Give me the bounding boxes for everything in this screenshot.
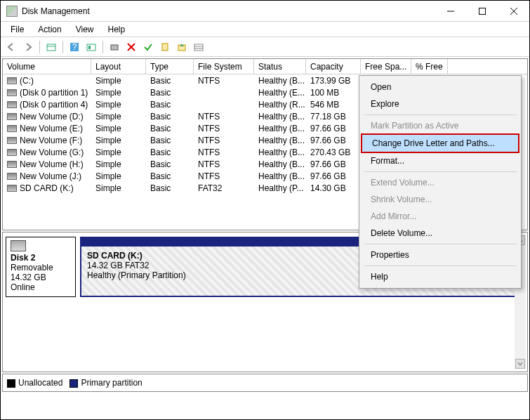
- cell-volume: (Disk 0 partition 1): [20, 88, 88, 98]
- col-pctfree[interactable]: % Free: [411, 59, 448, 74]
- partition-title: SD CARD (K:): [87, 251, 143, 261]
- show-hide-button[interactable]: [44, 39, 59, 55]
- cell-fs: NTFS: [194, 159, 254, 169]
- list-button[interactable]: [191, 39, 206, 55]
- cell-layout: Simple: [91, 88, 146, 98]
- settings-icon: [86, 42, 96, 52]
- svg-rect-0: [479, 8, 485, 14]
- close-button[interactable]: [498, 1, 529, 21]
- cell-type: Basic: [146, 136, 194, 145]
- arrow-up-icon: [177, 42, 187, 52]
- ctx-extend: Extend Volume...: [361, 174, 519, 191]
- cell-capacity: 270.43 GB: [306, 147, 361, 157]
- col-type[interactable]: Type: [146, 59, 194, 74]
- disk-state: Online: [11, 282, 71, 292]
- volume-icon: [7, 77, 17, 84]
- cell-status: Healthy (E...: [254, 88, 306, 98]
- swatch-primary: [69, 379, 78, 388]
- ctx-format[interactable]: Format...: [361, 152, 519, 169]
- ctx-change-drive-letter[interactable]: Change Drive Letter and Paths...: [361, 133, 519, 153]
- ctx-delete[interactable]: Delete Volume...: [361, 225, 519, 242]
- cell-capacity: 546 MB: [306, 100, 361, 110]
- toolbar: ?: [1, 37, 529, 57]
- cell-layout: Simple: [91, 76, 146, 86]
- settings-button[interactable]: [84, 39, 99, 55]
- svg-text:?: ?: [72, 42, 77, 52]
- volume-icon: [7, 125, 17, 132]
- col-status[interactable]: Status: [254, 59, 306, 74]
- maximize-button[interactable]: [466, 1, 498, 21]
- ctx-mirror: Add Mirror...: [361, 208, 519, 225]
- volume-icon: [7, 89, 17, 96]
- refresh-icon: [110, 42, 119, 52]
- ctx-help[interactable]: Help: [361, 268, 519, 285]
- cell-layout: Simple: [91, 112, 146, 122]
- cell-type: Basic: [146, 100, 194, 110]
- ctx-mark-active: Mark Partition as Active: [361, 117, 519, 134]
- cell-type: Basic: [146, 159, 194, 169]
- refresh-button[interactable]: [107, 39, 122, 55]
- cell-layout: Simple: [91, 171, 146, 181]
- legend-unallocated: Unallocated: [7, 378, 62, 388]
- page-icon: [160, 42, 170, 52]
- menu-file[interactable]: File: [5, 23, 29, 36]
- forward-icon: [23, 42, 33, 52]
- minimize-button[interactable]: [435, 1, 466, 21]
- cell-layout: Simple: [91, 147, 146, 157]
- cell-status: Healthy (R...: [254, 100, 306, 110]
- volume-icon: [7, 161, 17, 168]
- legend-primary: Primary partition: [69, 378, 142, 388]
- cell-capacity: 14.30 GB: [306, 183, 361, 193]
- separator: [364, 114, 517, 115]
- cell-status: Healthy (B...: [254, 171, 306, 181]
- chevron-down-icon: [517, 361, 523, 367]
- swatch-unallocated: [7, 379, 15, 388]
- menu-view[interactable]: View: [70, 23, 100, 36]
- list-icon: [194, 42, 204, 52]
- cell-volume: (Disk 0 partition 4): [20, 100, 88, 110]
- scroll-down-button[interactable]: [515, 359, 525, 369]
- cell-status: Healthy (B...: [254, 76, 306, 86]
- menu-help[interactable]: Help: [102, 23, 131, 36]
- cell-status: Healthy (B...: [254, 136, 306, 145]
- cell-volume: New Volume (J:): [20, 171, 81, 181]
- back-button[interactable]: [4, 39, 19, 55]
- svg-rect-6: [88, 46, 91, 49]
- cell-type: Basic: [146, 112, 194, 122]
- cell-volume: (C:): [20, 76, 34, 86]
- col-capacity[interactable]: Capacity: [306, 59, 361, 74]
- col-freespace[interactable]: Free Spa...: [361, 59, 411, 74]
- volume-icon: [7, 113, 17, 120]
- ctx-properties[interactable]: Properties: [361, 247, 519, 263]
- cell-volume: New Volume (E:): [20, 124, 83, 133]
- cell-capacity: 97.66 GB: [306, 171, 361, 181]
- action-button[interactable]: [174, 39, 190, 55]
- cell-type: Basic: [146, 124, 194, 133]
- minimize-icon: [447, 8, 454, 15]
- cell-type: Basic: [146, 147, 194, 157]
- delete-button[interactable]: [124, 39, 139, 55]
- cell-layout: Simple: [91, 100, 146, 110]
- close-icon: [510, 8, 517, 15]
- col-layout[interactable]: Layout: [91, 59, 146, 74]
- cell-capacity: 97.66 GB: [306, 159, 361, 169]
- separator: [364, 171, 517, 172]
- harddisk-icon: [11, 240, 26, 251]
- ctx-open[interactable]: Open: [361, 79, 519, 96]
- cell-capacity: 97.66 GB: [306, 124, 361, 133]
- separator: [364, 244, 517, 244]
- cell-capacity: 100 MB: [306, 88, 361, 98]
- menubar: File Action View Help: [1, 22, 529, 37]
- forward-button[interactable]: [20, 39, 36, 55]
- col-filesystem[interactable]: File System: [194, 59, 254, 74]
- menu-action[interactable]: Action: [32, 23, 67, 36]
- cell-capacity: 77.18 GB: [306, 112, 361, 122]
- col-volume[interactable]: Volume: [3, 59, 91, 74]
- ctx-explore[interactable]: Explore: [361, 96, 519, 112]
- window-title: Disk Management: [22, 6, 435, 16]
- help-button[interactable]: ?: [67, 39, 82, 55]
- check-button[interactable]: [140, 39, 156, 55]
- properties-button[interactable]: [157, 39, 173, 55]
- disk-label[interactable]: Disk 2 Removable 14.32 GB Online: [6, 237, 76, 297]
- cell-status: Healthy (B...: [254, 159, 306, 169]
